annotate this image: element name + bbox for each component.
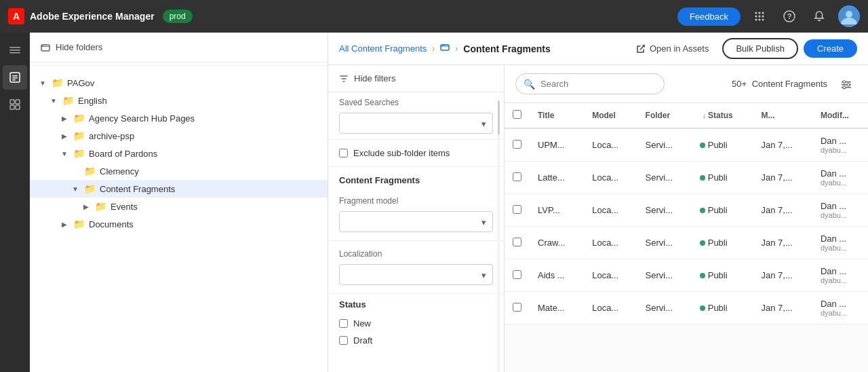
hide-folders-button[interactable]: Hide folders [30, 33, 328, 62]
tree-item-agency-search[interactable]: ▶ 📁 Agency Search Hub Pages [30, 109, 328, 127]
fragment-model-dropdown[interactable]: ▾ [339, 211, 493, 232]
folder-icon-english: 📁 [62, 95, 74, 106]
row-checkbox-1[interactable] [513, 172, 521, 181]
apps-icon[interactable] [749, 5, 770, 27]
status-new-checkbox[interactable] [339, 319, 348, 328]
table-row[interactable]: Aids ... Loca... Servi... Publi Jan 7,..… [505, 259, 868, 292]
breadcrumb-all[interactable]: All Content Fragments [339, 43, 427, 54]
breadcrumb-folder-icon[interactable] [440, 43, 450, 54]
count-label: 50+ Content Fragments [732, 79, 827, 89]
tree-item-content-fragments[interactable]: ▼ 📁 Content Fragments [30, 180, 328, 198]
create-button[interactable]: Create [804, 39, 857, 58]
tree-item-events[interactable]: ▶ 📁 Events [30, 198, 328, 215]
status-draft-label[interactable]: Draft [353, 335, 372, 346]
tree-label-clemency: Clemency [100, 166, 139, 176]
open-in-assets-button[interactable]: Open in Assets [628, 39, 717, 58]
row-model-3: Loca... [584, 227, 637, 259]
row-folder-5: Servi... [637, 292, 692, 324]
table-row[interactable]: Latte... Loca... Servi... Publi Jan 7,..… [505, 162, 868, 194]
row-checkbox-cell[interactable] [505, 259, 530, 292]
status-draft-checkbox[interactable] [339, 336, 348, 345]
header-title-label: Title [538, 111, 554, 120]
row-checkbox-0[interactable] [513, 140, 521, 149]
localization-select[interactable] [339, 264, 493, 285]
header-modifiedby[interactable]: Modif... [812, 103, 868, 128]
count-suffix: Content Fragments [752, 79, 827, 89]
saved-searches-dropdown[interactable]: ▾ [339, 113, 493, 134]
header-modified[interactable]: M... [753, 103, 812, 128]
table-row[interactable]: UPM... Loca... Servi... Publi Jan 7,... … [505, 128, 868, 162]
row-title-2: LVP... [530, 194, 584, 227]
sidebar-hamburger[interactable] [3, 38, 27, 62]
status-new-label[interactable]: New [353, 318, 371, 329]
sidebar-content-icon[interactable] [3, 65, 27, 90]
svg-point-6 [755, 19, 757, 21]
row-status-2: Publi [692, 194, 753, 227]
row-checkbox-5[interactable] [513, 303, 521, 312]
exclude-subfolder-label[interactable]: Exclude sub-folder items [353, 148, 450, 158]
top-navigation: A Adobe Experience Manager prod Feedback… [0, 0, 868, 33]
tree-item-documents[interactable]: ▶ 📁 Documents [30, 215, 328, 233]
row-checkbox-cell[interactable] [505, 194, 530, 227]
row-modified-0: Jan 7,... [753, 128, 812, 162]
exclude-subfolder-section[interactable]: Exclude sub-folder items [328, 140, 504, 167]
localization-label: Localization [339, 249, 493, 259]
row-modified-1: Jan 7,... [753, 162, 812, 194]
expand-icon: ▼ [38, 79, 47, 87]
folder-icon-documents: 📁 [73, 219, 85, 229]
status-checkboxes: New Draft [328, 312, 504, 354]
help-icon[interactable]: ? [778, 5, 800, 27]
fragment-model-select[interactable] [339, 211, 493, 232]
table-row[interactable]: LVP... Loca... Servi... Publi Jan 7,... … [505, 194, 868, 227]
tree-item-pagov[interactable]: ▼ 📁 PAGov [30, 74, 328, 92]
row-checkbox-cell[interactable] [505, 292, 530, 324]
tree-item-english[interactable]: ▼ 📁 English [30, 92, 328, 109]
bulk-publish-button[interactable]: Bulk Publish [722, 38, 798, 59]
header-title[interactable]: Title [530, 103, 584, 128]
fragment-model-section: Fragment model ▾ [328, 188, 504, 241]
content-fragments-table: Title Model Folder ↓ [505, 103, 868, 324]
folder-icon-pagov: 📁 [52, 77, 63, 88]
exclude-subfolder-checkbox[interactable] [339, 149, 348, 157]
notifications-icon[interactable] [808, 5, 830, 27]
svg-point-30 [847, 83, 850, 86]
svg-rect-13 [9, 47, 20, 48]
status-draft-item[interactable]: Draft [339, 332, 493, 349]
status-new-item[interactable]: New [339, 315, 493, 332]
filter-panel: Hide filters Saved Searches ▾ [328, 65, 505, 372]
saved-searches-select[interactable] [339, 113, 493, 134]
svg-point-0 [755, 12, 757, 14]
row-modifiedby-4: Dan ... dyabu... [812, 259, 868, 292]
header-status[interactable]: ↓ Status [692, 103, 753, 128]
tree-item-board-of-pardons[interactable]: ▼ 📁 Board of Pardons [30, 145, 328, 162]
row-checkbox-cell[interactable] [505, 227, 530, 259]
sidebar-grid-icon[interactable] [3, 92, 27, 117]
header-folder[interactable]: Folder [637, 103, 692, 128]
header-model[interactable]: Model [584, 103, 637, 128]
tree-label-pagov: PAGov [67, 78, 94, 88]
svg-point-7 [759, 19, 761, 21]
table-row[interactable]: Mate... Loca... Servi... Publi Jan 7,...… [505, 292, 868, 324]
search-input[interactable] [515, 73, 665, 94]
row-checkbox-cell[interactable] [505, 128, 530, 162]
hide-filters-button[interactable]: Hide filters [328, 65, 504, 92]
select-all-checkbox[interactable] [513, 110, 521, 119]
folder-icon-events: 📁 [95, 201, 106, 212]
row-checkbox-cell[interactable] [505, 162, 530, 194]
row-checkbox-3[interactable] [513, 238, 521, 246]
folder-icon-archive: 📁 [73, 130, 85, 141]
columns-config-button[interactable] [835, 75, 857, 94]
table-row[interactable]: Craw... Loca... Servi... Publi Jan 7,...… [505, 227, 868, 259]
feedback-button[interactable]: Feedback [677, 7, 741, 26]
localization-dropdown[interactable]: ▾ [339, 264, 493, 285]
svg-point-31 [843, 86, 846, 88]
row-checkbox-4[interactable] [513, 270, 521, 279]
row-title-3: Craw... [530, 227, 584, 259]
avatar[interactable] [838, 5, 860, 27]
tree-item-archive-psp[interactable]: ▶ 📁 archive-psp [30, 127, 328, 145]
expand-icon: ▶ [81, 203, 91, 210]
tree-item-clemency[interactable]: 📁 Clemency [30, 162, 328, 180]
row-checkbox-2[interactable] [513, 205, 521, 214]
app-logo[interactable]: A Adobe Experience Manager [8, 8, 155, 24]
tree-label-board: Board of Pardons [89, 149, 157, 159]
